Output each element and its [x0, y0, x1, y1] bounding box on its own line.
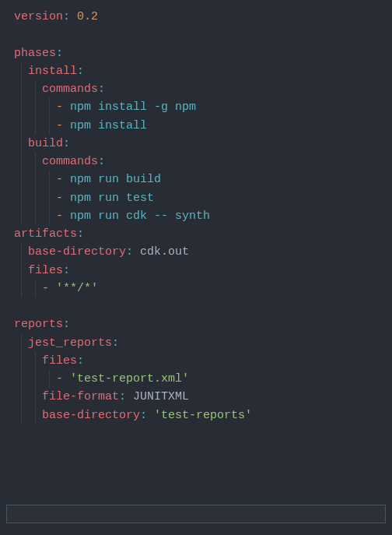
key-phases: phases: [14, 47, 56, 60]
cmd-build-2: npm run test: [70, 192, 154, 205]
key-files-reports: files: [42, 354, 77, 368]
key-jest-reports: jest_reports: [28, 336, 112, 350]
line-install-commands: commands:: [14, 80, 392, 98]
key-file-format: file-format: [42, 390, 119, 403]
line-install-cmd2: - npm install: [14, 117, 392, 135]
line-reports: reports:: [14, 315, 392, 333]
value-version: 0.2: [77, 10, 98, 23]
key-commands-build: commands: [42, 155, 98, 168]
cursor-highlight: [6, 505, 386, 523]
line-reports-files: files:: [14, 352, 392, 370]
value-reports-basedir: 'test-reports': [154, 409, 252, 422]
line-report-file: - 'test-report.xml': [14, 370, 392, 388]
line-build-cmd1: - npm run build: [14, 171, 392, 188]
key-reports: reports: [14, 318, 63, 331]
key-install: install: [28, 65, 77, 78]
line-build: build:: [14, 135, 392, 153]
value-report-file: 'test-report.xml': [70, 372, 189, 385]
line-build-commands: commands:: [14, 153, 392, 171]
value-artifacts-basedir: cdk.out: [140, 245, 189, 259]
key-artifacts: artifacts: [14, 227, 77, 241]
line-reports-basedir: base-directory: 'test-reports': [14, 407, 392, 424]
line-install: install:: [14, 62, 392, 80]
line-artifacts: artifacts:: [14, 225, 392, 243]
line-artifacts-files: files:: [14, 262, 392, 280]
blank-line: [14, 26, 392, 44]
key-base-directory-reports: base-directory: [42, 409, 140, 422]
line-version: version: 0.2: [14, 8, 392, 26]
line-build-cmd2: - npm run test: [14, 189, 392, 207]
yaml-code-block: version: 0.2 phases: install: commands: …: [0, 0, 392, 432]
key-commands: commands: [42, 83, 98, 96]
value-file-format: JUNITXML: [133, 390, 189, 403]
blank-line-2: [14, 297, 392, 315]
key-build: build: [28, 137, 63, 150]
line-phases: phases:: [14, 44, 392, 62]
key-files: files: [28, 264, 63, 277]
line-artifacts-basedir: base-directory: cdk.out: [14, 243, 392, 261]
cmd-build-1: npm run build: [70, 173, 161, 186]
cmd-build-3: npm run cdk -- synth: [70, 209, 210, 223]
key-version: version: [14, 10, 63, 23]
line-jest-reports: jest_reports:: [14, 334, 392, 352]
line-build-cmd3: - npm run cdk -- synth: [14, 207, 392, 225]
cmd-install-1: npm install -g npm: [70, 100, 196, 114]
line-artifacts-glob: - '**/*': [14, 280, 392, 297]
key-base-directory: base-directory: [28, 245, 126, 259]
line-file-format: file-format: JUNITXML: [14, 388, 392, 406]
cmd-install-2: npm install: [70, 119, 147, 132]
line-install-cmd1: - npm install -g npm: [14, 98, 392, 116]
value-artifacts-glob: '**/*': [56, 282, 98, 295]
